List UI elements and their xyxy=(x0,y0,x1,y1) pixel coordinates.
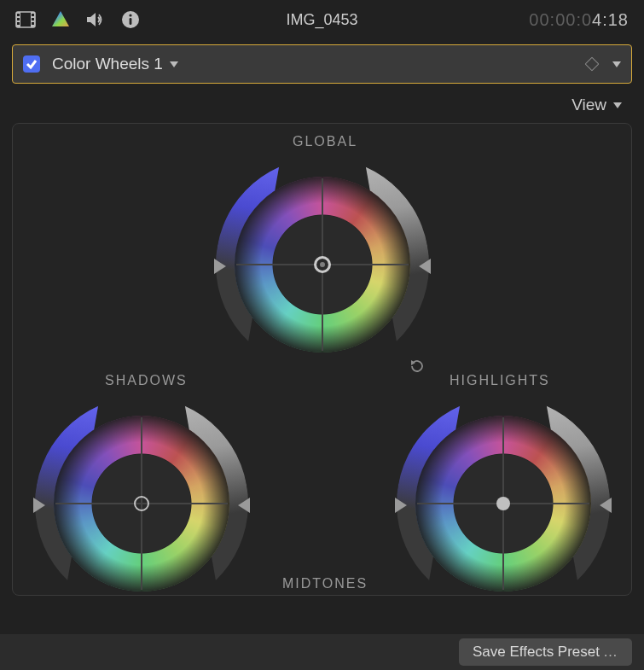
chevron-down-icon xyxy=(170,61,178,67)
svg-rect-12 xyxy=(130,18,132,25)
global-color-wheel[interactable] xyxy=(216,158,429,371)
midtones-wheel-label: MIDTONES xyxy=(282,576,368,591)
shadows-wheel-label: SHADOWS xyxy=(105,373,188,388)
svg-rect-7 xyxy=(32,18,34,20)
keyframe-diamond-icon[interactable] xyxy=(585,57,600,72)
ellipsis-icon: … xyxy=(603,644,618,661)
audio-inspector-icon[interactable] xyxy=(85,11,106,28)
global-wheel-puck[interactable] xyxy=(314,256,331,273)
shadows-color-wheel[interactable] xyxy=(35,397,248,596)
correction-enable-checkbox[interactable] xyxy=(23,55,40,73)
save-preset-label: Save Effects Preset xyxy=(473,644,600,661)
shadows-wheel-puck[interactable] xyxy=(134,496,149,511)
svg-rect-8 xyxy=(32,22,34,25)
arc-handle-left-icon[interactable] xyxy=(395,498,407,513)
highlights-wheel-label: HIGHLIGHTS xyxy=(450,373,550,388)
global-wheel-label: GLOBAL xyxy=(293,134,357,149)
color-wheels-panel: GLOBAL SHADOWS HIGHLIGHTS MIDTONES xyxy=(12,123,632,596)
color-inspector-icon[interactable] xyxy=(51,10,70,29)
svg-point-11 xyxy=(129,14,131,16)
info-inspector-icon[interactable] xyxy=(121,10,140,29)
save-effects-preset-button[interactable]: Save Effects Preset… xyxy=(459,638,632,666)
svg-rect-3 xyxy=(17,14,20,16)
highlights-color-wheel[interactable] xyxy=(397,397,610,596)
svg-rect-5 xyxy=(17,22,20,25)
svg-marker-9 xyxy=(52,11,69,26)
global-reset-button[interactable] xyxy=(409,358,426,375)
correction-name-label: Color Wheels 1 xyxy=(52,55,163,73)
view-menu[interactable]: View xyxy=(0,84,644,116)
timecode-dim: 00:00:0 xyxy=(529,10,592,29)
svg-rect-4 xyxy=(17,18,20,20)
timecode-bright: 4:18 xyxy=(592,10,629,29)
arc-handle-right-icon[interactable] xyxy=(419,259,431,274)
correction-strip[interactable]: Color Wheels 1 xyxy=(12,44,632,84)
svg-rect-6 xyxy=(32,14,34,16)
inspector-footer: Save Effects Preset… xyxy=(0,634,644,670)
chevron-down-icon xyxy=(613,102,622,108)
video-inspector-icon[interactable] xyxy=(15,11,36,28)
correction-submenu-chevron-icon[interactable] xyxy=(612,61,621,67)
correction-name-dropdown[interactable]: Color Wheels 1 xyxy=(52,55,178,73)
timecode-display: 00:00:04:18 xyxy=(529,10,629,30)
arc-handle-left-icon[interactable] xyxy=(33,498,45,513)
arc-handle-right-icon[interactable] xyxy=(600,498,612,513)
view-menu-label: View xyxy=(571,96,606,114)
inspector-toolbar: IMG_0453 00:00:04:18 xyxy=(0,0,644,39)
arc-handle-right-icon[interactable] xyxy=(238,498,250,513)
highlights-wheel-puck[interactable] xyxy=(496,497,510,510)
arc-handle-left-icon[interactable] xyxy=(214,259,226,274)
